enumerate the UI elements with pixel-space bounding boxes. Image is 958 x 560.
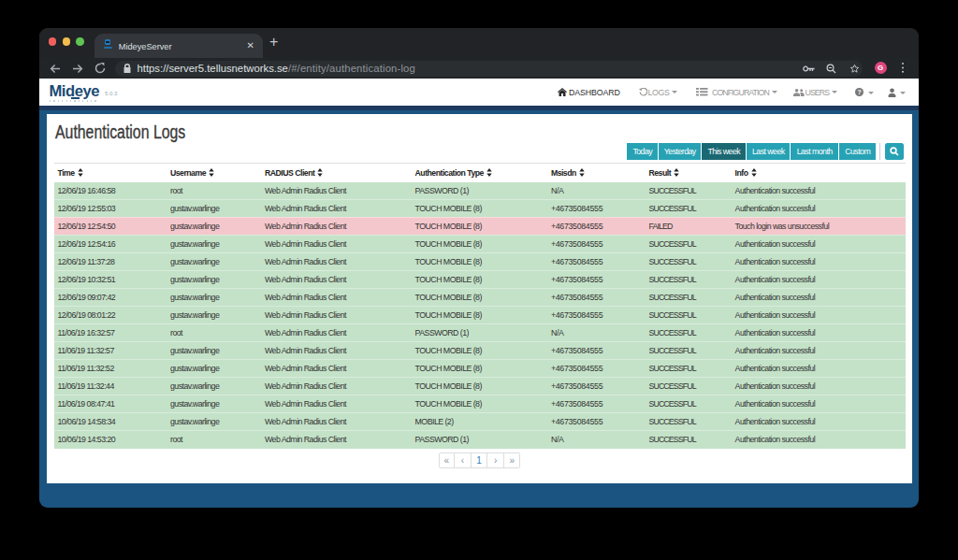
- svg-text:?: ?: [857, 89, 861, 95]
